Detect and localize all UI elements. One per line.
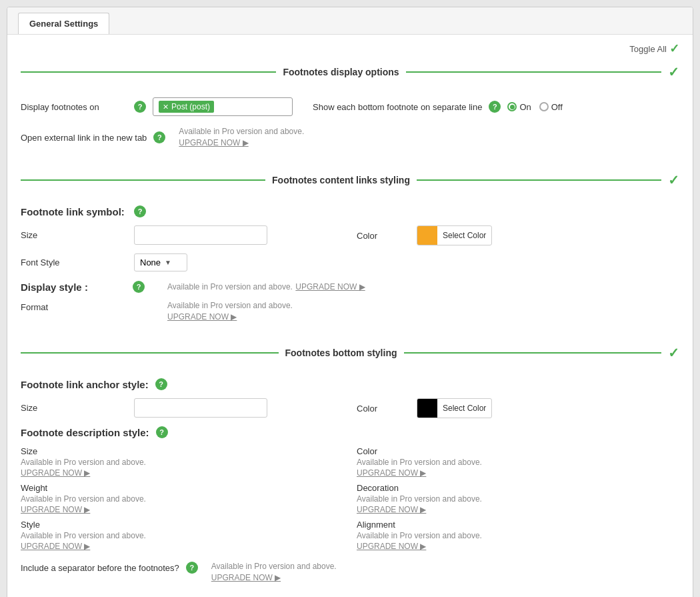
desc-weight-upgrade-link[interactable]: UPGRADE NOW ▶	[21, 505, 90, 514]
display-footnotes-help-icon[interactable]: ?	[134, 101, 146, 113]
desc-weight-decoration-row: Weight Available in Pro version and abov…	[21, 480, 679, 517]
desc-color-pro-notice: Available in Pro version and above.	[357, 458, 482, 467]
desc-style-col: Style Available in Pro version and above…	[21, 520, 343, 551]
size-label: Size	[21, 230, 127, 240]
display-style-help-icon[interactable]: ?	[133, 281, 145, 293]
size-input[interactable]	[134, 225, 267, 245]
display-footnotes-tag-input[interactable]: ✕ Post (post)	[153, 97, 293, 116]
desc-alignment-upgrade-link[interactable]: UPGRADE NOW ▶	[357, 542, 426, 551]
font-style-arrow-icon: ▼	[165, 259, 171, 266]
section2-settings: Footnote link symbol: ? Size Color Selec…	[7, 193, 693, 340]
display-style-row: Display style : ? Available in Pro versi…	[21, 277, 679, 297]
footnote-link-anchor-help-icon[interactable]: ?	[155, 378, 167, 390]
anchor-color-col: Color Select Color	[357, 398, 679, 418]
footnote-link-anchor-row: Footnote link anchor style: ?	[21, 373, 679, 396]
anchor-select-color-label: Select Color	[437, 401, 491, 416]
show-each-bottom-label: Show each bottom footnote on separate li…	[313, 102, 482, 112]
desc-style-upgrade-link[interactable]: UPGRADE NOW ▶	[21, 542, 90, 551]
section1-header: Footnotes display options ✓	[7, 59, 693, 85]
desc-alignment-label: Alignment	[357, 520, 463, 530]
toggle-all-bar: Toggle All ✓	[7, 35, 693, 59]
desc-weight-label: Weight	[21, 483, 127, 493]
open-external-pro-notice: Available in Pro version and above.	[179, 127, 304, 136]
content-area: Toggle All ✓ Footnotes display options ✓…	[7, 35, 693, 597]
desc-decoration-pro-notice: Available in Pro version and above.	[357, 494, 482, 504]
footnote-description-label: Footnote description style:	[21, 427, 149, 438]
show-each-bottom-help-icon[interactable]: ?	[489, 101, 501, 113]
desc-size-label: Size	[21, 446, 127, 456]
format-upgrade-link[interactable]: UPGRADE NOW ▶	[167, 312, 237, 322]
desc-size-pro-notice: Available in Pro version and above.	[21, 458, 146, 467]
font-style-row: Font Style None ▼	[21, 248, 679, 277]
footnote-link-symbol-label: Footnote link symbol:	[21, 206, 127, 217]
color-select-btn[interactable]: Select Color	[417, 225, 492, 245]
color-select-label: Select Color	[437, 228, 491, 243]
desc-size-col: Size Available in Pro version and above.…	[21, 446, 343, 478]
post-tag-x-icon[interactable]: ✕	[163, 103, 169, 111]
display-style-pro-notice: Available in Pro version and above.	[167, 282, 293, 291]
post-tag[interactable]: ✕ Post (post)	[159, 101, 214, 113]
section3-title: Footnotes bottom styling	[285, 348, 397, 358]
desc-color-col: Color Available in Pro version and above…	[357, 446, 679, 478]
section2-line-left	[21, 179, 265, 181]
on-radio-dot[interactable]	[507, 102, 517, 111]
on-radio-option[interactable]: On	[507, 102, 531, 112]
section3-check-icon[interactable]: ✓	[668, 345, 679, 361]
separator-label: Include a separator before the footnotes…	[21, 563, 179, 573]
tab-header: General Settings	[7, 7, 693, 35]
size-col: Size	[21, 225, 343, 245]
section1-title: Footnotes display options	[283, 67, 399, 77]
open-external-row: Open external link in the new tab ? Avai…	[21, 121, 679, 153]
display-style-right: Available in Pro version and above. UPGR…	[167, 281, 679, 293]
section1-line-left	[21, 71, 276, 73]
off-radio-dot[interactable]	[539, 102, 549, 111]
toggle-all-label: Toggle All	[629, 44, 667, 54]
font-style-select[interactable]: None ▼	[134, 253, 187, 271]
section1-check-icon[interactable]: ✓	[668, 64, 679, 80]
desc-size-color-row: Size Available in Pro version and above.…	[21, 444, 679, 480]
desc-decoration-upgrade-link[interactable]: UPGRADE NOW ▶	[357, 505, 426, 514]
toggle-all-check-icon: ✓	[669, 41, 679, 56]
section3-line-right	[404, 352, 662, 354]
display-footnotes-label: Display footnotes on	[21, 102, 127, 112]
separator-help-icon[interactable]: ?	[186, 562, 198, 574]
footnote-description-help-icon[interactable]: ?	[156, 426, 168, 438]
anchor-color-select-btn[interactable]: Select Color	[417, 398, 492, 418]
display-style-upgrade-link[interactable]: UPGRADE NOW ▶	[295, 282, 365, 291]
section2-check-icon[interactable]: ✓	[668, 172, 679, 188]
separator-row: Include a separator before the footnotes…	[21, 554, 679, 588]
desc-decoration-label: Decoration	[357, 483, 463, 493]
on-radio-label: On	[519, 102, 531, 112]
color-label: Color	[357, 231, 410, 241]
tab-general-settings[interactable]: General Settings	[18, 13, 109, 34]
desc-style-label: Style	[21, 520, 127, 530]
off-radio-option[interactable]: Off	[539, 102, 563, 112]
open-external-upgrade-link[interactable]: UPGRADE NOW ▶	[179, 138, 248, 147]
desc-decoration-col: Decoration Available in Pro version and …	[357, 483, 679, 514]
color-col: Color Select Color	[357, 225, 679, 245]
separator-pro-notice: Available in Pro version and above.	[211, 562, 337, 571]
footnote-link-anchor-label: Footnote link anchor style:	[21, 379, 149, 390]
anchor-color-label: Color	[357, 404, 410, 414]
desc-weight-col: Weight Available in Pro version and abov…	[21, 483, 343, 514]
format-right: Available in Pro version and above. UPGR…	[167, 301, 679, 322]
format-label: Format	[21, 301, 167, 312]
desc-weight-pro-notice: Available in Pro version and above.	[21, 494, 146, 504]
anchor-size-input[interactable]	[134, 398, 267, 418]
separator-upgrade-link[interactable]: UPGRADE NOW ▶	[211, 573, 281, 582]
anchor-size-label: Size	[21, 403, 127, 413]
on-off-radio-group: On Off	[507, 102, 562, 112]
section2-header: Footnotes content links styling ✓	[7, 167, 693, 193]
section3-settings: Footnote link anchor style: ? Size Color…	[7, 366, 693, 597]
toggle-all-link[interactable]: Toggle All ✓	[629, 41, 679, 56]
open-external-help-icon[interactable]: ?	[153, 131, 165, 143]
color-swatch-orange	[417, 226, 437, 245]
separator-label-group: Include a separator before the footnotes…	[21, 562, 179, 574]
anchor-size-color-row: Size Color Select Color	[21, 396, 679, 421]
desc-color-label: Color	[357, 446, 463, 456]
footnote-link-symbol-help-icon[interactable]: ?	[134, 205, 146, 217]
desc-size-upgrade-link[interactable]: UPGRADE NOW ▶	[21, 468, 90, 478]
main-container: General Settings Toggle All ✓ Footnotes …	[7, 7, 693, 597]
desc-color-upgrade-link[interactable]: UPGRADE NOW ▶	[357, 468, 426, 478]
desc-alignment-col: Alignment Available in Pro version and a…	[357, 520, 679, 551]
